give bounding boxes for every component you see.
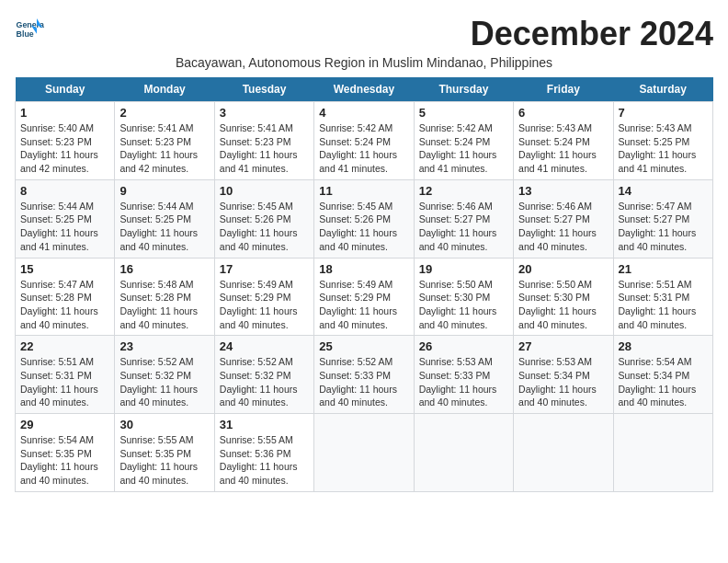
day-info: Sunrise: 5:51 AM Sunset: 5:31 PM Dayligh… bbox=[619, 278, 708, 332]
day-info: Sunrise: 5:47 AM Sunset: 5:27 PM Dayligh… bbox=[619, 200, 708, 254]
day-info: Sunrise: 5:54 AM Sunset: 5:35 PM Dayligh… bbox=[20, 433, 109, 488]
day-info: Sunrise: 5:52 AM Sunset: 5:32 PM Dayligh… bbox=[220, 355, 309, 409]
day-header-sunday: Sunday bbox=[16, 77, 115, 102]
day-number: 15 bbox=[20, 262, 109, 276]
day-info: Sunrise: 5:42 AM Sunset: 5:24 PM Dayligh… bbox=[319, 121, 408, 176]
calendar-cell: 24 Sunrise: 5:52 AM Sunset: 5:32 PM Dayl… bbox=[214, 336, 313, 414]
calendar-cell bbox=[314, 414, 414, 492]
day-header-tuesday: Tuesday bbox=[214, 77, 313, 102]
svg-text:Blue: Blue bbox=[17, 29, 34, 39]
calendar-cell bbox=[414, 414, 513, 492]
day-info: Sunrise: 5:52 AM Sunset: 5:33 PM Dayligh… bbox=[319, 355, 408, 409]
day-header-friday: Friday bbox=[514, 77, 613, 102]
day-info: Sunrise: 5:52 AM Sunset: 5:32 PM Dayligh… bbox=[119, 355, 209, 409]
day-number: 13 bbox=[518, 184, 608, 198]
day-number: 18 bbox=[319, 262, 408, 276]
calendar-cell: 14 Sunrise: 5:47 AM Sunset: 5:27 PM Dayl… bbox=[613, 179, 712, 258]
calendar-cell: 27 Sunrise: 5:53 AM Sunset: 5:34 PM Dayl… bbox=[514, 336, 613, 414]
day-number: 24 bbox=[220, 339, 309, 353]
day-info: Sunrise: 5:41 AM Sunset: 5:23 PM Dayligh… bbox=[220, 121, 309, 176]
day-number: 26 bbox=[419, 339, 508, 353]
day-info: Sunrise: 5:43 AM Sunset: 5:24 PM Dayligh… bbox=[518, 121, 608, 176]
day-header-wednesday: Wednesday bbox=[314, 77, 414, 102]
calendar-cell: 1 Sunrise: 5:40 AM Sunset: 5:23 PM Dayli… bbox=[16, 102, 115, 180]
calendar-cell: 26 Sunrise: 5:53 AM Sunset: 5:33 PM Dayl… bbox=[414, 336, 513, 414]
day-number: 20 bbox=[518, 262, 608, 276]
calendar-cell: 2 Sunrise: 5:41 AM Sunset: 5:23 PM Dayli… bbox=[115, 102, 214, 180]
calendar-cell: 19 Sunrise: 5:50 AM Sunset: 5:30 PM Dayl… bbox=[414, 258, 513, 336]
calendar-cell: 25 Sunrise: 5:52 AM Sunset: 5:33 PM Dayl… bbox=[314, 336, 414, 414]
day-header-monday: Monday bbox=[115, 77, 214, 102]
calendar-cell: 8 Sunrise: 5:44 AM Sunset: 5:25 PM Dayli… bbox=[16, 179, 115, 258]
day-number: 19 bbox=[419, 262, 508, 276]
calendar-cell bbox=[613, 414, 712, 492]
day-info: Sunrise: 5:47 AM Sunset: 5:28 PM Dayligh… bbox=[20, 278, 109, 332]
day-info: Sunrise: 5:50 AM Sunset: 5:30 PM Dayligh… bbox=[419, 278, 508, 332]
day-info: Sunrise: 5:49 AM Sunset: 5:29 PM Dayligh… bbox=[319, 278, 408, 332]
calendar-cell: 5 Sunrise: 5:42 AM Sunset: 5:24 PM Dayli… bbox=[414, 102, 513, 180]
calendar-cell: 23 Sunrise: 5:52 AM Sunset: 5:32 PM Dayl… bbox=[115, 336, 214, 414]
day-number: 23 bbox=[119, 339, 209, 353]
day-number: 27 bbox=[518, 339, 608, 353]
calendar-cell: 22 Sunrise: 5:51 AM Sunset: 5:31 PM Dayl… bbox=[16, 336, 115, 414]
day-number: 22 bbox=[20, 339, 109, 353]
day-info: Sunrise: 5:54 AM Sunset: 5:34 PM Dayligh… bbox=[619, 355, 708, 409]
calendar-cell: 17 Sunrise: 5:49 AM Sunset: 5:29 PM Dayl… bbox=[214, 258, 313, 336]
day-number: 28 bbox=[619, 339, 708, 353]
calendar-cell: 13 Sunrise: 5:46 AM Sunset: 5:27 PM Dayl… bbox=[514, 179, 613, 258]
day-info: Sunrise: 5:41 AM Sunset: 5:23 PM Dayligh… bbox=[119, 121, 209, 176]
calendar-cell: 30 Sunrise: 5:55 AM Sunset: 5:35 PM Dayl… bbox=[115, 414, 214, 492]
day-info: Sunrise: 5:40 AM Sunset: 5:23 PM Dayligh… bbox=[20, 121, 109, 176]
day-info: Sunrise: 5:45 AM Sunset: 5:26 PM Dayligh… bbox=[220, 200, 309, 254]
calendar-cell: 11 Sunrise: 5:45 AM Sunset: 5:26 PM Dayl… bbox=[314, 179, 414, 258]
day-number: 30 bbox=[119, 418, 209, 431]
day-header-thursday: Thursday bbox=[414, 77, 513, 102]
day-number: 3 bbox=[220, 106, 309, 120]
day-info: Sunrise: 5:44 AM Sunset: 5:25 PM Dayligh… bbox=[119, 200, 209, 254]
day-number: 4 bbox=[319, 106, 408, 120]
day-info: Sunrise: 5:49 AM Sunset: 5:29 PM Dayligh… bbox=[220, 278, 309, 332]
month-title: December 2024 bbox=[471, 15, 713, 53]
calendar-cell: 18 Sunrise: 5:49 AM Sunset: 5:29 PM Dayl… bbox=[314, 258, 414, 336]
day-number: 5 bbox=[419, 106, 508, 120]
day-info: Sunrise: 5:51 AM Sunset: 5:31 PM Dayligh… bbox=[20, 355, 109, 409]
day-info: Sunrise: 5:45 AM Sunset: 5:26 PM Dayligh… bbox=[319, 200, 408, 254]
calendar-cell: 6 Sunrise: 5:43 AM Sunset: 5:24 PM Dayli… bbox=[514, 102, 613, 180]
day-info: Sunrise: 5:55 AM Sunset: 5:36 PM Dayligh… bbox=[220, 433, 309, 488]
day-number: 6 bbox=[518, 106, 608, 120]
day-info: Sunrise: 5:43 AM Sunset: 5:25 PM Dayligh… bbox=[619, 121, 708, 176]
calendar-cell: 10 Sunrise: 5:45 AM Sunset: 5:26 PM Dayl… bbox=[214, 179, 313, 258]
calendar-cell: 31 Sunrise: 5:55 AM Sunset: 5:36 PM Dayl… bbox=[214, 414, 313, 492]
day-info: Sunrise: 5:53 AM Sunset: 5:34 PM Dayligh… bbox=[518, 355, 608, 409]
day-info: Sunrise: 5:50 AM Sunset: 5:30 PM Dayligh… bbox=[518, 278, 608, 332]
calendar-cell: 16 Sunrise: 5:48 AM Sunset: 5:28 PM Dayl… bbox=[115, 258, 214, 336]
calendar-cell: 12 Sunrise: 5:46 AM Sunset: 5:27 PM Dayl… bbox=[414, 179, 513, 258]
day-info: Sunrise: 5:44 AM Sunset: 5:25 PM Dayligh… bbox=[20, 200, 109, 254]
day-info: Sunrise: 5:46 AM Sunset: 5:27 PM Dayligh… bbox=[518, 200, 608, 254]
day-number: 16 bbox=[119, 262, 209, 276]
logo: General Blue bbox=[15, 15, 48, 44]
day-info: Sunrise: 5:55 AM Sunset: 5:35 PM Dayligh… bbox=[119, 433, 209, 488]
day-number: 2 bbox=[119, 106, 209, 120]
calendar-cell: 20 Sunrise: 5:50 AM Sunset: 5:30 PM Dayl… bbox=[514, 258, 613, 336]
calendar-cell: 7 Sunrise: 5:43 AM Sunset: 5:25 PM Dayli… bbox=[613, 102, 712, 180]
day-number: 12 bbox=[419, 184, 508, 198]
day-header-saturday: Saturday bbox=[613, 77, 712, 102]
day-number: 11 bbox=[319, 184, 408, 198]
day-number: 10 bbox=[220, 184, 309, 198]
day-number: 31 bbox=[220, 418, 309, 431]
day-number: 8 bbox=[20, 184, 109, 198]
day-info: Sunrise: 5:48 AM Sunset: 5:28 PM Dayligh… bbox=[119, 278, 209, 332]
day-number: 7 bbox=[619, 106, 708, 120]
calendar-cell: 3 Sunrise: 5:41 AM Sunset: 5:23 PM Dayli… bbox=[214, 102, 313, 180]
day-number: 29 bbox=[20, 418, 109, 431]
day-number: 1 bbox=[20, 106, 109, 120]
calendar-cell: 4 Sunrise: 5:42 AM Sunset: 5:24 PM Dayli… bbox=[314, 102, 414, 180]
day-info: Sunrise: 5:53 AM Sunset: 5:33 PM Dayligh… bbox=[419, 355, 508, 409]
calendar-cell: 15 Sunrise: 5:47 AM Sunset: 5:28 PM Dayl… bbox=[16, 258, 115, 336]
calendar-cell: 28 Sunrise: 5:54 AM Sunset: 5:34 PM Dayl… bbox=[613, 336, 712, 414]
day-number: 9 bbox=[119, 184, 209, 198]
day-number: 25 bbox=[319, 339, 408, 353]
calendar-cell: 29 Sunrise: 5:54 AM Sunset: 5:35 PM Dayl… bbox=[16, 414, 115, 492]
day-number: 21 bbox=[619, 262, 708, 276]
